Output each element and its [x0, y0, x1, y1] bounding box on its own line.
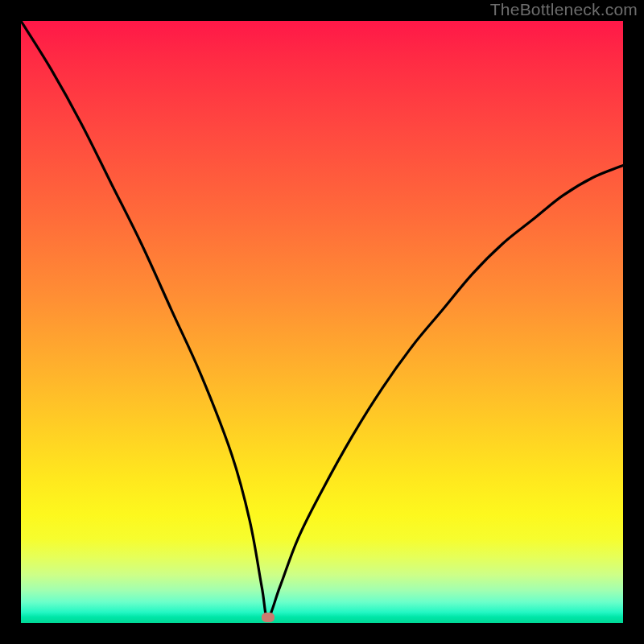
optimal-point-marker — [262, 613, 275, 622]
chart-frame: TheBottleneck.com — [0, 0, 644, 644]
plot-area — [21, 21, 623, 623]
bottleneck-curve — [21, 21, 623, 623]
watermark-text: TheBottleneck.com — [490, 0, 638, 19]
